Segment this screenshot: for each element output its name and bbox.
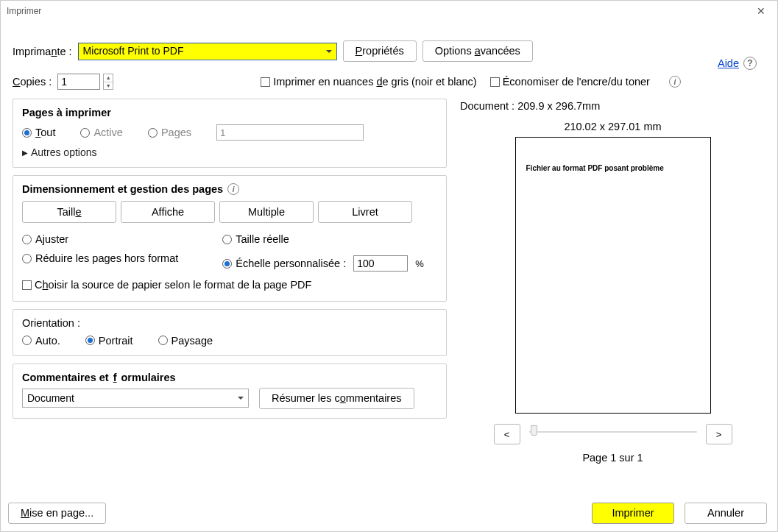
advanced-options-button[interactable]: Options avancées	[422, 40, 533, 62]
page-setup-button[interactable]: Mise en page...	[8, 503, 106, 524]
tab-booklet[interactable]: Livret	[318, 201, 412, 223]
orientation-title: Orientation :	[22, 317, 437, 329]
custom-scale-radio[interactable]: Échelle personnalisée :	[222, 258, 346, 269]
radio-icon	[80, 128, 90, 138]
copies-spinner[interactable]: ▲ ▼	[103, 74, 113, 90]
orientation-panel: Orientation : Auto. Portrait Paysage	[13, 309, 447, 356]
shrink-radio[interactable]: Réduire les pages hors format	[22, 252, 178, 264]
save-ink-label: Économiser de l'encre/du toner	[503, 76, 650, 88]
slider-thumb[interactable]	[531, 425, 537, 436]
pages-panel: Pages à imprimer Tout Active Pages	[13, 99, 447, 168]
pages-all-radio[interactable]: Tout	[22, 127, 55, 138]
radio-icon	[85, 336, 95, 345]
pages-range-input[interactable]	[216, 124, 364, 141]
radio-icon	[148, 128, 158, 138]
spinner-up-icon[interactable]: ▲	[104, 74, 113, 82]
summarize-comments-button[interactable]: Résumer les commentaires	[259, 388, 414, 409]
info-icon[interactable]: i	[669, 76, 681, 88]
help-link-label: Aide	[718, 57, 739, 69]
radio-icon	[22, 336, 32, 345]
radio-icon	[22, 235, 32, 244]
save-ink-checkbox[interactable]: Économiser de l'encre/du toner	[490, 76, 650, 88]
radio-icon	[22, 128, 32, 138]
radio-icon	[22, 254, 32, 263]
printer-value: Microsoft Print to PDF	[83, 45, 184, 57]
spinner-down-icon[interactable]: ▼	[104, 82, 113, 90]
help-icon: ?	[743, 57, 757, 70]
copies-input[interactable]	[57, 74, 100, 90]
preview-page: Fichier au format PDF posant problème	[515, 137, 711, 414]
pages-active-label: Active	[93, 127, 123, 138]
page-counter: Page 1 sur 1	[457, 452, 768, 464]
sizing-panel: Dimensionnement et gestion des pages i T…	[13, 175, 447, 302]
document-dimensions: Document : 209.9 x 296.7mm	[460, 100, 768, 112]
paper-source-checkbox[interactable]: Choisir la source de papier selon le for…	[22, 279, 311, 291]
more-options-label: Autres options	[31, 146, 97, 158]
printer-label: Imprimante :	[13, 46, 72, 57]
print-button[interactable]: Imprimer	[592, 503, 674, 524]
sizing-panel-title: Dimensionnement et gestion des pages i	[22, 183, 437, 195]
close-icon[interactable]: ✕	[752, 4, 770, 18]
checkbox-icon	[490, 77, 500, 87]
copies-label: Copies :	[13, 76, 52, 88]
printer-select[interactable]: Microsoft Print to PDF	[78, 43, 337, 60]
tab-poster[interactable]: Affiche	[121, 201, 215, 223]
radio-icon	[222, 259, 232, 269]
triangle-right-icon: ▶	[22, 149, 28, 157]
fit-label: Ajuster	[35, 233, 68, 245]
tab-multiple[interactable]: Multiple	[219, 201, 314, 223]
radio-icon	[222, 235, 232, 244]
orientation-landscape-radio[interactable]: Paysage	[158, 335, 213, 347]
orientation-portrait-radio[interactable]: Portrait	[85, 335, 133, 347]
more-options-expander[interactable]: ▶ Autres options	[22, 146, 437, 158]
preview-page-size: 210.02 x 297.01 mm	[457, 121, 768, 132]
info-icon[interactable]: i	[227, 183, 239, 195]
preview-page-text: Fichier au format PDF posant problème	[526, 164, 700, 172]
orientation-portrait-label: Portrait	[99, 335, 133, 347]
comments-panel: Commentaires et formulaires Document Rés…	[13, 363, 447, 419]
paper-source-label: Choisir la source de papier selon le for…	[35, 279, 311, 291]
orientation-auto-label: Auto.	[35, 335, 60, 347]
percent-label: %	[415, 258, 424, 269]
grayscale-label: Imprimer en nuances de gris (noir et bla…	[273, 76, 476, 88]
actual-size-radio[interactable]: Taille réelle	[222, 233, 424, 245]
cancel-button[interactable]: Annuler	[685, 503, 767, 524]
pages-range-label: Pages	[161, 127, 191, 138]
pages-active-radio[interactable]: Active	[80, 127, 123, 138]
orientation-auto-radio[interactable]: Auto.	[22, 335, 60, 347]
grayscale-checkbox[interactable]: Imprimer en nuances de gris (noir et bla…	[261, 76, 476, 88]
radio-icon	[158, 336, 168, 345]
actual-size-label: Taille réelle	[236, 233, 289, 245]
comments-select-value: Document	[27, 392, 74, 404]
checkbox-icon	[261, 77, 270, 87]
pages-all-label: Tout	[35, 127, 55, 138]
pages-range-radio[interactable]: Pages	[148, 127, 191, 138]
properties-button[interactable]: Propriétés	[343, 40, 417, 62]
prev-page-button[interactable]: <	[494, 424, 520, 444]
pages-panel-title: Pages à imprimer	[22, 107, 437, 118]
next-page-button[interactable]: >	[706, 424, 732, 444]
zoom-slider[interactable]	[529, 428, 697, 441]
slider-track	[529, 431, 697, 433]
checkbox-icon	[22, 280, 32, 290]
help-link[interactable]: Aide ?	[718, 57, 757, 70]
orientation-landscape-label: Paysage	[171, 335, 213, 347]
tab-size[interactable]: Taille	[22, 201, 116, 223]
fit-radio[interactable]: Ajuster	[22, 233, 178, 245]
custom-scale-label: Échelle personnalisée :	[236, 258, 346, 269]
comments-select[interactable]: Document	[22, 389, 249, 408]
comments-panel-title: Commentaires et formulaires	[22, 372, 437, 383]
shrink-label: Réduire les pages hors format	[35, 252, 178, 264]
custom-scale-input[interactable]	[353, 255, 408, 272]
dialog-title: Imprimer	[7, 6, 41, 16]
